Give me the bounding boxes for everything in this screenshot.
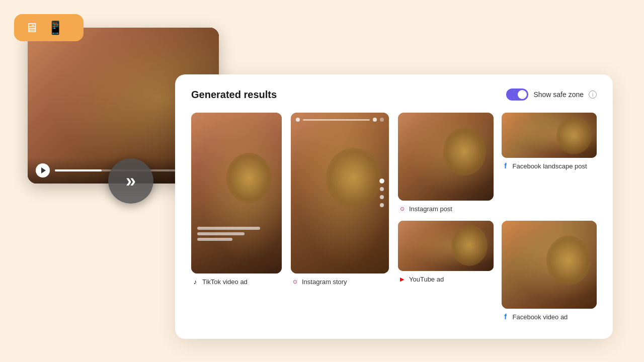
youtube-platform-icon: ▶ [398,275,406,283]
tiktok-platform-icon: ♪ [191,278,199,286]
results-grid: ♪ TikTok video ad [191,113,597,321]
panel-title: Generated results [191,89,277,101]
story-progress [303,119,370,121]
facebook-video-label: f Facebook video ad [502,313,597,321]
result-item-tiktok: ♪ TikTok video ad [191,113,282,321]
result-item-youtube: ▶ YouTube ad [398,221,494,321]
forward-icon: » [126,172,136,190]
facebook-video-platform-icon: f [502,313,510,321]
story-side-dots [380,179,384,207]
tiktok-label: ♪ TikTok video ad [191,278,282,286]
bottom-right-row: ▶ YouTube ad f Facebook video ad [398,221,597,321]
result-item-instagram-post: ⊙ Instagram post [398,113,494,213]
info-icon[interactable]: i [589,90,597,99]
result-item-facebook-landscape: f Facebook landscape post [502,113,597,213]
safe-zone-toggle: Show safe zone i [506,88,597,101]
youtube-label: ▶ YouTube ad [398,275,494,283]
story-dot-2 [373,118,377,122]
result-item-facebook-video: f Facebook video ad [502,221,597,321]
results-panel: Generated results Show safe zone i [175,74,613,339]
side-dot-active [379,178,384,184]
right-columns: ⊙ Instagram post f Facebook landscape po… [398,113,597,321]
story-dot-1 [296,118,300,122]
instagram-post-platform-icon: ⊙ [398,205,406,213]
result-item-instagram-story: ⊙ Instagram story [291,113,389,321]
forward-button[interactable]: » [108,158,153,204]
instagram-story-platform-icon: ⊙ [291,278,299,286]
instagram-story-label: ⊙ Instagram story [291,278,389,286]
instagram-post-label: ⊙ Instagram post [398,205,494,213]
side-dot-2 [380,195,384,199]
safe-zone-label: Show safe zone [533,90,584,99]
facebook-landscape-platform-icon: f [502,162,510,170]
story-top-ui [296,118,384,122]
top-right-row: ⊙ Instagram post f Facebook landscape po… [398,113,597,213]
facebook-landscape-label: f Facebook landscape post [502,162,597,170]
panel-header: Generated results Show safe zone i [191,88,597,101]
tiktok-overlay [197,227,276,243]
safe-zone-toggle-switch[interactable] [506,88,528,101]
side-dot-3 [380,203,384,207]
toggle-knob [518,90,527,99]
side-dot-1 [380,187,384,191]
story-dot-3 [380,118,384,122]
desktop-icon[interactable]: 🖥 [25,21,38,34]
tablet-icon[interactable]: 📱 [47,21,63,34]
device-bar: 🖥 📱 [14,14,84,41]
